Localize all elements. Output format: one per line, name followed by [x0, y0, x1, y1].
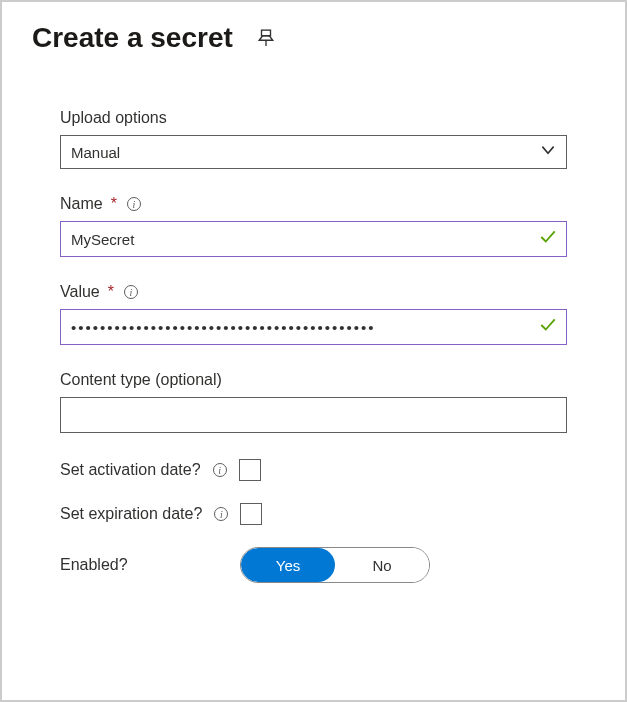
activation-date-field: Set activation date? i	[60, 459, 567, 481]
expiration-date-label: Set expiration date?	[60, 505, 202, 523]
enabled-no-button[interactable]: No	[335, 548, 429, 582]
upload-options-label: Upload options	[60, 109, 167, 127]
content-type-label: Content type (optional)	[60, 371, 222, 389]
info-icon[interactable]: i	[124, 285, 138, 299]
create-secret-form: Upload options Name * i	[32, 109, 595, 583]
expiration-date-checkbox[interactable]	[240, 503, 262, 525]
upload-options-select[interactable]	[60, 135, 567, 169]
required-indicator: *	[111, 195, 117, 213]
name-input[interactable]	[60, 221, 567, 257]
value-field: Value * i	[60, 283, 567, 345]
enabled-label: Enabled?	[60, 556, 240, 574]
info-icon[interactable]: i	[127, 197, 141, 211]
page-title: Create a secret	[32, 22, 233, 54]
expiration-date-field: Set expiration date? i	[60, 503, 567, 525]
name-field: Name * i	[60, 195, 567, 257]
enabled-toggle: Yes No	[240, 547, 430, 583]
value-input[interactable]	[60, 309, 567, 345]
content-type-field: Content type (optional)	[60, 371, 567, 433]
enabled-yes-button[interactable]: Yes	[241, 548, 335, 582]
content-type-input[interactable]	[60, 397, 567, 433]
upload-options-field: Upload options	[60, 109, 567, 169]
enabled-field: Enabled? Yes No	[60, 547, 567, 583]
info-icon[interactable]: i	[214, 507, 228, 521]
name-label: Name	[60, 195, 103, 213]
pin-icon[interactable]	[257, 29, 275, 47]
svg-rect-0	[261, 30, 270, 36]
required-indicator: *	[108, 283, 114, 301]
info-icon[interactable]: i	[213, 463, 227, 477]
page-header: Create a secret	[32, 22, 595, 54]
value-label: Value	[60, 283, 100, 301]
activation-date-checkbox[interactable]	[239, 459, 261, 481]
activation-date-label: Set activation date?	[60, 461, 201, 479]
